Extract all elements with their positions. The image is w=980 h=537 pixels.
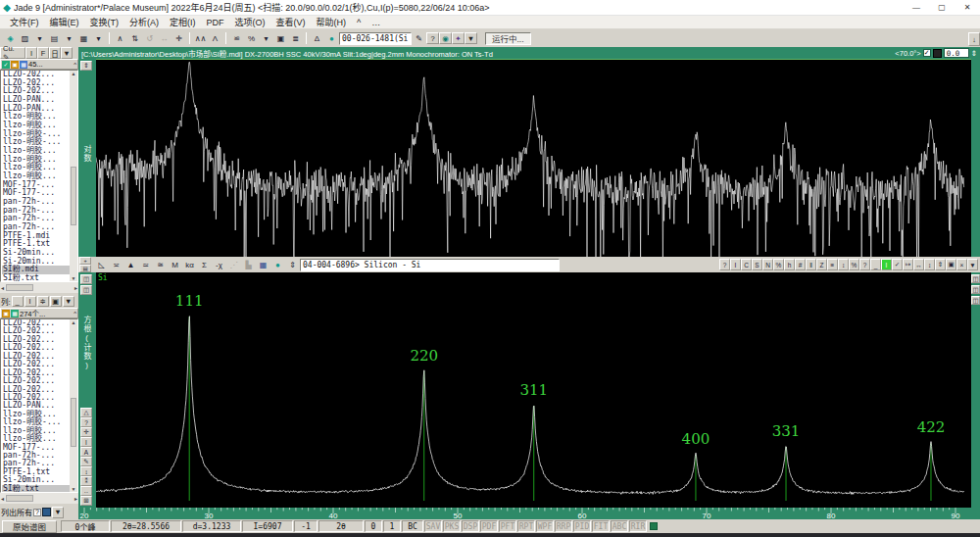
- col-sort-button[interactable]: ≑: [37, 296, 49, 307]
- chi-icon[interactable]: -χ: [213, 258, 226, 271]
- right-pane-button-1[interactable]: ◫: [971, 274, 980, 283]
- height-button[interactable]: h: [784, 259, 795, 270]
- vstretch-button[interactable]: ↕: [838, 259, 849, 270]
- scan-file-list-vscroll[interactable]: ▲▼: [70, 71, 77, 281]
- close-button[interactable]: ✕: [955, 0, 980, 16]
- pdf-star-button[interactable]: ✦: [452, 32, 465, 44]
- find-peaks-icon[interactable]: ∧∧: [194, 31, 208, 45]
- wpf-flag[interactable]: WPF: [536, 520, 554, 532]
- display-config-arrow[interactable]: ▾: [92, 31, 106, 45]
- right-pane-button-2[interactable]: ◫: [971, 285, 980, 294]
- list-color-button[interactable]: [42, 508, 51, 516]
- fixed-mode-button[interactable]: F: [37, 47, 49, 59]
- print-arrow[interactable]: ▾: [63, 31, 76, 45]
- v-expand-button[interactable]: ↕: [924, 259, 935, 270]
- baseline-remove-icon[interactable]: ≅: [154, 258, 168, 271]
- menu-more[interactable]: …: [367, 17, 385, 28]
- pdf-list-hscroll-right[interactable]: ▸: [74, 495, 77, 502]
- menu-file[interactable]: 文件(F): [5, 15, 44, 29]
- pdf-list-header-scroll-up[interactable]: ^: [74, 311, 76, 317]
- profile-fit-icon[interactable]: Λ: [209, 31, 222, 45]
- collapse-button[interactable]: ⇕: [80, 61, 92, 71]
- intensity-mode-button[interactable]: I: [25, 47, 37, 59]
- rpt-flag[interactable]: RPT: [517, 520, 535, 532]
- peak-count[interactable]: 0个峰: [61, 520, 110, 532]
- display-config-icon[interactable]: ▦: [77, 31, 91, 45]
- two-theta-readout[interactable]: 2θ=28.5566: [111, 520, 181, 532]
- full-range-icon[interactable]: ≍: [110, 258, 123, 271]
- pdf-arrow-button[interactable]: ▼: [465, 32, 477, 44]
- scan-file-list-down[interactable]: ▼: [72, 275, 76, 281]
- pdf-card-combo[interactable]: 00-026-1481(Si -: [339, 32, 412, 45]
- step-right-button[interactable]: ↦: [903, 259, 913, 270]
- menu-options[interactable]: 选项(O): [230, 15, 270, 29]
- offset-spinner[interactable]: ⇕: [971, 49, 977, 58]
- panel-button[interactable]: ▣: [946, 259, 956, 270]
- percent-arrow[interactable]: ▾: [260, 31, 273, 45]
- underscore-button[interactable]: _: [870, 259, 881, 270]
- peak-zoom-icon[interactable]: △: [80, 408, 92, 417]
- rrp-flag[interactable]: RRP: [555, 520, 572, 532]
- minimize-button[interactable]: —: [904, 0, 929, 16]
- overlay-pattern-chart[interactable]: Si 111220311400331422: [96, 272, 971, 508]
- axis-unit[interactable]: 2θ: [318, 520, 364, 532]
- phase-combo[interactable]: 04-004-6896> Silicon - Si: [300, 259, 560, 271]
- menu-view[interactable]: 查看(V): [271, 15, 311, 29]
- angle-checkbox[interactable]: ✓: [923, 49, 931, 57]
- row2-dropdown[interactable]: ▼: [61, 47, 73, 59]
- menu-edit[interactable]: 编辑(E): [45, 15, 84, 29]
- background-icon[interactable]: ≌: [230, 31, 244, 45]
- n-button[interactable]: N: [762, 259, 773, 270]
- date-mode-button[interactable]: 日: [49, 47, 61, 59]
- maximize-button[interactable]: ▢: [929, 0, 955, 16]
- list-help-button[interactable]: ?: [33, 509, 41, 516]
- pan-icon[interactable]: ✛: [172, 31, 186, 45]
- d-spacing-readout[interactable]: d=3.1233: [182, 520, 241, 532]
- overlay-patterns-icon[interactable]: ∧: [114, 31, 127, 45]
- help-button[interactable]: ?: [719, 259, 730, 270]
- scan-list-hscroll-right[interactable]: ▸: [74, 284, 77, 291]
- apply-button[interactable]: ✓: [892, 259, 903, 270]
- vh-expand-button[interactable]: ⇕: [935, 259, 946, 270]
- menu-chevron[interactable]: ^: [352, 17, 366, 28]
- pattern-list-icon[interactable]: ≣: [289, 31, 303, 45]
- top-scale-label[interactable]: 对数: [81, 145, 92, 163]
- smooth-icon[interactable]: M: [169, 258, 182, 271]
- filled-peak-icon[interactable]: ▲: [124, 258, 138, 271]
- col-dropdown[interactable]: ▼: [63, 296, 74, 307]
- edit-icon[interactable]: ✎: [80, 457, 92, 466]
- v-scale-icon[interactable]: ↕: [80, 466, 92, 476]
- sav-flag[interactable]: SAV: [424, 520, 442, 532]
- offset-input[interactable]: 0.0: [944, 48, 969, 58]
- pft-flag[interactable]: PFT: [499, 520, 516, 532]
- col-i-button[interactable]: I: [24, 296, 36, 307]
- fit-flag[interactable]: FIT: [592, 520, 610, 532]
- dots-icon[interactable]: ⁑: [80, 476, 92, 486]
- font-icon[interactable]: A: [80, 447, 92, 457]
- pane-button-2[interactable]: ◫: [80, 285, 92, 295]
- flag-0[interactable]: 0: [365, 520, 382, 532]
- list-item[interactable]: SI粉.txt: [2, 274, 70, 281]
- grid-icon[interactable]: ⊞: [80, 496, 92, 506]
- list-item[interactable]: SI粉.txt: [2, 485, 70, 492]
- move-icon[interactable]: ✛: [80, 427, 92, 437]
- index-readout[interactable]: -1: [294, 520, 318, 532]
- scan-file-list-vthumb[interactable]: [71, 167, 76, 226]
- tile-view-icon[interactable]: ▦: [257, 258, 270, 271]
- zorder-button[interactable]: Z: [816, 259, 827, 270]
- scan-list-hscroll[interactable]: ◂▸: [0, 282, 78, 293]
- menu-analyze[interactable]: 分析(A): [124, 15, 164, 29]
- col-grid-button[interactable]: ▣: [50, 296, 62, 307]
- close-overlay-button[interactable]: ×: [956, 259, 967, 270]
- h-expand-button[interactable]: ↔: [913, 259, 924, 270]
- menu-help[interactable]: 帮助(H): [312, 15, 352, 29]
- scan-list-hscroll-left[interactable]: ◂: [1, 284, 4, 291]
- list-button[interactable]: ▤: [79, 265, 91, 272]
- expand-button[interactable]: +: [79, 257, 91, 265]
- baseline-edit-icon[interactable]: ≃: [139, 258, 153, 271]
- menu-pdf[interactable]: PDF: [202, 17, 229, 28]
- open-file-icon[interactable]: ▨: [19, 31, 32, 45]
- flag-1[interactable]: 1: [383, 520, 401, 532]
- open-file-arrow[interactable]: ▾: [33, 31, 47, 45]
- s-button[interactable]: S: [752, 259, 762, 270]
